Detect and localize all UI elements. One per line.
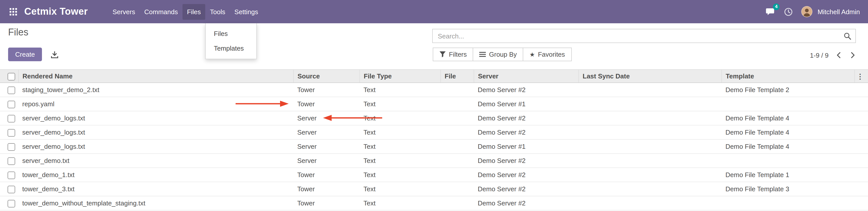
menu-settings[interactable]: Settings	[230, 4, 262, 20]
cell-source: Server	[293, 140, 360, 154]
row-checkbox[interactable]	[8, 115, 15, 122]
user-avatar[interactable]	[801, 6, 812, 17]
cell-last-sync-date	[578, 125, 721, 140]
filter-funnel-icon	[439, 51, 446, 58]
table-row[interactable]: server_demo_logs.txtServerTextDemo Serve…	[0, 111, 868, 125]
menu-files[interactable]: Files	[183, 4, 206, 20]
cell-rendered-name: server_demo.txt	[18, 154, 293, 168]
menu-commands[interactable]: Commands	[140, 4, 183, 20]
cell-file-type: Text	[360, 97, 440, 111]
user-name[interactable]: Mitchell Admin	[817, 8, 860, 16]
row-checkbox[interactable]	[8, 129, 15, 137]
table-row[interactable]: tower_demo_3.txtTowerTextDemo Server #2D…	[0, 182, 868, 196]
select-all-cell	[0, 69, 18, 83]
cell-template	[721, 97, 854, 111]
main-menu: Servers Commands Files Tools Settings	[108, 0, 262, 23]
cell-template: Demo File Template 4	[721, 140, 854, 154]
optional-columns-icon[interactable]: ⋮	[857, 72, 864, 80]
cell-source: Tower	[293, 182, 360, 196]
row-trailing-cell	[854, 125, 868, 140]
select-all-checkbox[interactable]	[8, 72, 15, 80]
column-header-server[interactable]: Server	[474, 69, 578, 83]
app-root: Cetmix Tower Servers Commands Files Tool…	[0, 0, 868, 211]
column-header-template[interactable]: Template	[721, 69, 854, 83]
row-checkbox[interactable]	[8, 157, 15, 165]
row-trailing-cell	[854, 196, 868, 210]
row-trailing-cell	[854, 168, 868, 182]
row-checkbox[interactable]	[8, 86, 15, 94]
column-header-file-type[interactable]: File Type	[360, 69, 440, 83]
activities-clock-icon[interactable]	[783, 7, 793, 16]
filters-label: Filters	[449, 51, 467, 58]
filters-button[interactable]: Filters	[433, 48, 473, 61]
app-brand[interactable]: Cetmix Tower	[24, 6, 88, 17]
cell-file-type: Text	[360, 182, 440, 196]
search-icon[interactable]	[844, 32, 851, 40]
menu-servers[interactable]: Servers	[108, 4, 140, 20]
row-checkbox[interactable]	[8, 200, 15, 207]
cell-template: Demo File Template 1	[721, 168, 854, 182]
files-menu-dropdown: Files Templates	[205, 23, 257, 59]
cell-file	[440, 154, 474, 168]
cell-server: Demo Server #2	[474, 154, 578, 168]
cell-source: Tower	[293, 97, 360, 111]
page-title: Files	[8, 27, 28, 38]
dropdown-item-templates[interactable]: Templates	[206, 41, 256, 56]
column-options-cell: ⋮	[854, 69, 868, 83]
row-checkbox-cell	[0, 154, 18, 168]
cell-rendered-name: server_demo_logs.txt	[18, 140, 293, 154]
row-checkbox[interactable]	[8, 185, 15, 193]
cell-rendered-name: tower_demo_3.txt	[18, 182, 293, 196]
table-row[interactable]: repos.yamlTowerTextDemo Server #1	[0, 97, 868, 111]
search-input[interactable]	[437, 32, 844, 40]
column-header-file[interactable]: File	[440, 69, 474, 83]
table-header-row: Rendered Name Source File Type File Serv…	[0, 69, 868, 83]
table-row[interactable]: server_demo.txtServerTextDemo Server #2	[0, 154, 868, 168]
group-by-button[interactable]: Group By	[473, 48, 524, 61]
cell-rendered-name: tower_demo_without_template_staging.txt	[18, 196, 293, 210]
cell-rendered-name: repos.yaml	[18, 97, 293, 111]
messages-icon[interactable]: 4	[765, 7, 775, 16]
message-count-badge: 4	[773, 4, 779, 10]
row-checkbox[interactable]	[8, 171, 15, 179]
dropdown-item-files[interactable]: Files	[206, 26, 256, 41]
column-header-last-sync-date[interactable]: Last Sync Date	[578, 69, 721, 83]
table-row[interactable]: server_demo_logs.txtServerTextDemo Serve…	[0, 125, 868, 140]
cell-file	[440, 83, 474, 97]
cell-server: Demo Server #1	[474, 97, 578, 111]
create-button[interactable]: Create	[8, 48, 42, 61]
cell-file-type: Text	[360, 154, 440, 168]
cell-template: Demo File Template 2	[721, 83, 854, 97]
cell-last-sync-date	[578, 168, 721, 182]
cell-last-sync-date	[578, 196, 721, 210]
cell-template: Demo File Template 4	[721, 111, 854, 125]
table-row[interactable]: tower_demo_without_template_staging.txtT…	[0, 196, 868, 210]
cell-file	[440, 97, 474, 111]
pager: 1-9 / 9	[810, 50, 857, 60]
table-row[interactable]: server_demo_logs.txtServerTextDemo Serve…	[0, 140, 868, 154]
row-checkbox[interactable]	[8, 143, 15, 151]
cell-source: Tower	[293, 196, 360, 210]
row-trailing-cell	[854, 111, 868, 125]
table-row[interactable]: tower_demo_1.txtTowerTextDemo Server #2D…	[0, 168, 868, 182]
cell-file-type: Text	[360, 168, 440, 182]
files-list-table: Rendered Name Source File Type File Serv…	[0, 69, 868, 210]
pager-previous-button[interactable]	[835, 50, 843, 60]
pager-next-button[interactable]	[849, 50, 857, 60]
download-button[interactable]	[49, 49, 60, 60]
cell-source: Tower	[293, 83, 360, 97]
column-header-rendered-name[interactable]: Rendered Name	[18, 69, 293, 83]
cell-template: Demo File Template 4	[721, 125, 854, 140]
apps-grid-icon[interactable]	[8, 7, 18, 17]
column-header-source[interactable]: Source	[293, 69, 360, 83]
favorites-button[interactable]: ★ Favorites	[523, 48, 571, 61]
download-icon	[51, 50, 59, 58]
cell-template	[721, 154, 854, 168]
table-row[interactable]: staging_tower_demo_2.txtTowerTextDemo Se…	[0, 83, 868, 97]
favorites-label: Favorites	[538, 51, 565, 58]
row-checkbox[interactable]	[8, 100, 15, 108]
cell-server: Demo Server #2	[474, 196, 578, 210]
row-trailing-cell	[854, 140, 868, 154]
menu-tools[interactable]: Tools	[206, 4, 230, 20]
cell-rendered-name: server_demo_logs.txt	[18, 125, 293, 140]
